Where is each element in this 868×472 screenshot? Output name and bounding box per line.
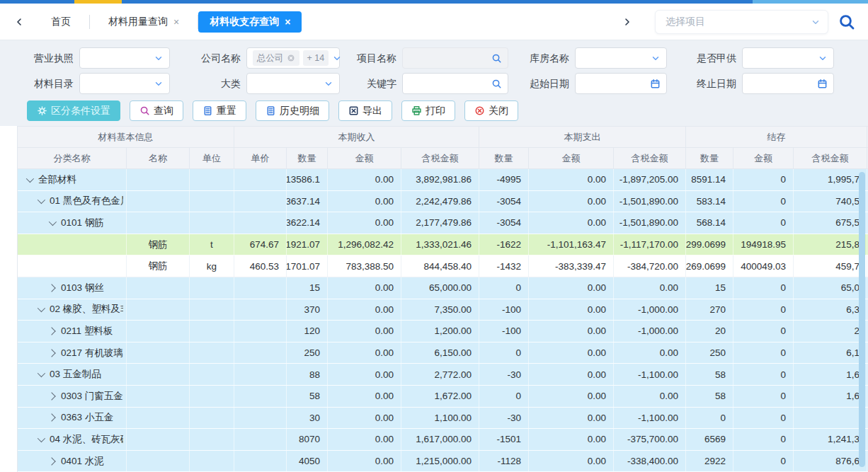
table-row[interactable]: 全部材料13586.10.003,892,981.86-49950.00-1,8… xyxy=(18,169,868,191)
cell-out-amt: 0.00 xyxy=(529,364,614,385)
table-row[interactable]: 0401 水泥40500.001,215,000.00-11280.00-338… xyxy=(18,451,868,472)
tag-remove-icon[interactable] xyxy=(287,54,295,62)
toolbar-button[interactable]: 历史明细 xyxy=(256,100,329,121)
project-select[interactable]: 选择项目 xyxy=(655,10,828,34)
expander-open-icon[interactable] xyxy=(38,196,45,204)
condition-settings-button[interactable]: 区分条件设置 xyxy=(27,100,120,121)
expander-closed-icon[interactable] xyxy=(47,327,55,335)
tab[interactable]: 首页 xyxy=(33,11,89,33)
cell-category: 02 橡胶、塑料及非 xyxy=(18,299,127,321)
grid-group-header: 材料基本信息本期收入本期支出结存 xyxy=(18,127,868,148)
category-label: 0217 有机玻璃 xyxy=(61,347,123,359)
cell-in-qty: 3637.14 xyxy=(287,191,328,212)
print-icon xyxy=(411,105,422,116)
table-row[interactable]: 0363 小五金300.001,100.00-300.00-1,100.0000 xyxy=(18,408,868,430)
toolbar-button[interactable]: 重置 xyxy=(193,100,246,121)
chevron-down-icon xyxy=(154,79,164,88)
doc-icon xyxy=(202,105,213,116)
cell-unit xyxy=(190,429,234,450)
table-row[interactable]: 04 水泥、砖瓦灰砂80700.001,617,000.00-15010.00-… xyxy=(18,429,868,451)
expander-closed-icon[interactable] xyxy=(47,284,55,292)
toolbar-button[interactable]: 打印 xyxy=(401,100,455,121)
expander-closed-icon[interactable] xyxy=(47,457,55,465)
cell-name xyxy=(127,386,190,407)
cell-in-amt: 0.00 xyxy=(328,212,401,234)
cell-bal-tax: 6,1 xyxy=(794,343,867,364)
tabs-scroll-left-icon[interactable] xyxy=(11,14,27,30)
search-input[interactable] xyxy=(402,47,508,69)
date-input[interactable] xyxy=(575,73,667,94)
expander-closed-icon[interactable] xyxy=(47,392,55,400)
cell-out-amt: -383,339.47 xyxy=(529,255,614,277)
cell-out-tax: 0.00 xyxy=(614,386,686,407)
expander-open-icon[interactable] xyxy=(26,175,34,183)
filter-select[interactable] xyxy=(246,73,340,94)
cell-bal-amt: 0 xyxy=(733,386,794,407)
cell-unit xyxy=(190,343,234,364)
filter-select[interactable] xyxy=(742,47,834,69)
tab-close-icon[interactable]: × xyxy=(285,17,290,27)
expander-open-icon[interactable] xyxy=(38,304,45,312)
category-label: 0101 钢筋 xyxy=(61,217,104,229)
cell-category: 全部材料 xyxy=(18,169,127,190)
table-row[interactable]: 03 五金制品880.002,772.00-300.00-1,100.00580… xyxy=(18,364,868,386)
chevron-down-icon xyxy=(651,53,661,63)
date-input[interactable] xyxy=(742,73,834,94)
filter-select[interactable] xyxy=(79,47,170,69)
tabs-scroll-right-icon[interactable] xyxy=(619,14,635,30)
vertical-scrollbar[interactable] xyxy=(859,172,865,467)
cell-in-qty: 370 xyxy=(287,299,328,321)
table-row[interactable]: 钢筋kg460.531701.07783,388.50844,458.40-14… xyxy=(18,255,868,277)
expander-closed-icon[interactable] xyxy=(47,414,55,422)
table-row[interactable]: 0103 钢丝150.0065,000.0000.000.0015065,0 xyxy=(18,277,868,299)
project-search-icon[interactable] xyxy=(838,13,855,30)
table-row[interactable]: 钢筋t674.671921.071,296,082.421,333,021.46… xyxy=(18,234,868,256)
table-row[interactable]: 0211 塑料板1200.001,200.00-1000.00-1,000.00… xyxy=(18,321,868,343)
expander-closed-icon[interactable] xyxy=(47,349,55,357)
cell-bal-amt: 0 xyxy=(733,169,794,190)
cell-name xyxy=(127,343,190,364)
cell-unit: t xyxy=(190,234,234,255)
cell-bal-qty: 583.14 xyxy=(686,191,733,212)
expander-open-icon[interactable] xyxy=(38,369,45,377)
toolbar-button[interactable]: 查询 xyxy=(130,100,183,121)
search-input[interactable] xyxy=(402,73,508,94)
cell-in-amt: 0.00 xyxy=(328,451,401,472)
table-row[interactable]: 01 黑色及有色金属3637.140.002,242,479.86-30540.… xyxy=(18,191,868,213)
filter-select[interactable] xyxy=(575,47,667,69)
tab[interactable]: 材料用量查询× xyxy=(90,11,198,33)
filter-select[interactable]: 总公司+ 14 xyxy=(246,47,340,69)
column-header-category: 分类名称 xyxy=(18,148,127,168)
toolbar-button[interactable]: 导出 xyxy=(338,100,392,121)
cell-bal-amt: 0 xyxy=(733,299,794,321)
expander-open-icon[interactable] xyxy=(38,434,45,442)
tab[interactable]: 材料收支存查询× xyxy=(198,11,302,33)
cell-price: 460.53 xyxy=(234,255,287,277)
cell-in-amt: 0.00 xyxy=(328,386,401,407)
cell-in-amt: 0.00 xyxy=(328,364,401,385)
expander-open-icon[interactable] xyxy=(49,218,57,226)
cell-out-qty: 0 xyxy=(479,343,529,364)
toolbar-button[interactable]: 关闭 xyxy=(464,100,518,121)
search-icon[interactable] xyxy=(491,79,502,89)
column-header-bal-amt: 金额 xyxy=(733,148,794,168)
cell-in-tax: 2,177,479.86 xyxy=(401,212,479,234)
calendar-icon[interactable] xyxy=(817,79,828,89)
calendar-icon[interactable] xyxy=(650,79,661,89)
gear-icon xyxy=(37,105,47,116)
cell-out-tax: -1,501,890.00 xyxy=(614,191,686,212)
cell-unit: kg xyxy=(190,255,234,277)
tab-close-icon[interactable]: × xyxy=(173,17,179,27)
search-icon[interactable] xyxy=(491,53,502,64)
cell-in-tax: 1,215,000.00 xyxy=(401,451,479,472)
cell-bal-qty: 0 xyxy=(686,408,733,429)
table-row[interactable]: 0303 门窗五金580.001,672.0000.000.005801,6 xyxy=(18,386,868,408)
cell-in-amt: 0.00 xyxy=(328,277,401,299)
table-row[interactable]: 0217 有机玻璃2500.006,150.0000.000.0025006,1 xyxy=(18,343,868,364)
cell-out-amt: 0.00 xyxy=(529,429,614,450)
cell-unit xyxy=(190,277,234,299)
table-row[interactable]: 0101 钢筋3622.140.002,177,479.86-30540.00-… xyxy=(18,212,868,234)
filter-select[interactable] xyxy=(79,73,170,94)
cell-in-tax: 7,350.00 xyxy=(401,299,479,321)
table-row[interactable]: 02 橡胶、塑料及非3700.007,350.00-1000.00-1,000.… xyxy=(18,299,868,321)
